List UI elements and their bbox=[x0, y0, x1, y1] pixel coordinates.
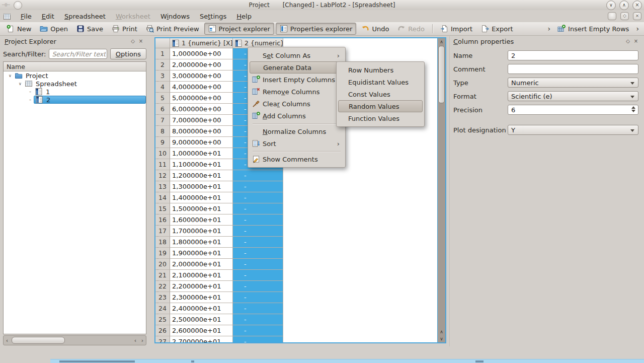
dock-close-icon[interactable]: × bbox=[632, 38, 640, 45]
toolbar-overflow-icon[interactable]: › bbox=[546, 25, 553, 33]
scroll-up-icon[interactable]: ∧ bbox=[438, 38, 445, 45]
cell-col1[interactable]: 1,400000e+01 bbox=[170, 192, 233, 203]
cell-col1[interactable]: 1,700000e+01 bbox=[170, 226, 233, 237]
row-header[interactable]: 2 bbox=[155, 59, 170, 70]
row-header[interactable]: 1 bbox=[155, 48, 170, 59]
cell-col2-selected[interactable]: - bbox=[233, 325, 283, 336]
cell-col1[interactable]: 2,700000e+01 bbox=[170, 336, 233, 342]
cell-col1[interactable]: 1,600000e+01 bbox=[170, 214, 233, 226]
save-button[interactable]: Save bbox=[73, 23, 107, 34]
new-button[interactable]: New bbox=[3, 23, 35, 34]
tree-item-project[interactable]: ∨Project bbox=[4, 71, 146, 80]
cell-col2-selected[interactable]: - bbox=[233, 226, 283, 237]
menu-item-function-values[interactable]: Function Values bbox=[338, 112, 423, 124]
search-filter-input[interactable]: Search/Filter text bbox=[49, 49, 107, 59]
cell-col1[interactable]: 1,500000e+01 bbox=[170, 203, 233, 214]
cell-col1[interactable]: 6,000000e+00 bbox=[170, 104, 233, 115]
hscroll-thumb[interactable] bbox=[12, 337, 65, 344]
format-dropdown[interactable]: Scientific (e) bbox=[508, 91, 638, 101]
scroll-left-icon[interactable]: ‹ bbox=[132, 337, 139, 344]
row-header[interactable]: 11 bbox=[155, 159, 170, 170]
cell-col1[interactable]: 1,900000e+01 bbox=[170, 248, 233, 259]
cell-col2-selected[interactable]: - bbox=[233, 170, 283, 181]
cell-col2-selected[interactable]: - bbox=[233, 270, 283, 281]
row-header[interactable]: 17 bbox=[155, 226, 170, 237]
cell-col1[interactable]: 2,500000e+01 bbox=[170, 314, 233, 325]
menu-item-normalize-columns[interactable]: Normalize Columns bbox=[250, 125, 344, 137]
row-header[interactable]: 3 bbox=[155, 70, 170, 82]
row-header[interactable]: 22 bbox=[155, 281, 170, 292]
cell-col2-selected[interactable]: - bbox=[233, 281, 283, 292]
spreadsheet-vscrollbar[interactable]: ∧ ∧ ∨ bbox=[437, 38, 445, 342]
precision-spinbox[interactable]: 6 bbox=[508, 105, 638, 115]
cell-col1[interactable]: 3,000000e+00 bbox=[170, 70, 233, 82]
dock-float-icon[interactable]: ◇ bbox=[624, 38, 632, 45]
cell-col2-selected[interactable]: - bbox=[233, 336, 283, 342]
cell-col2-selected[interactable]: - bbox=[233, 303, 283, 314]
cell-col1[interactable]: 1,100000e+01 bbox=[170, 159, 233, 170]
row-header[interactable]: 12 bbox=[155, 170, 170, 181]
dock-close-icon[interactable]: × bbox=[137, 38, 145, 45]
spin-up-icon[interactable] bbox=[631, 106, 635, 109]
maximize-button[interactable]: ∧ bbox=[619, 1, 629, 10]
row-header[interactable]: 10 bbox=[155, 148, 170, 159]
menu-item-remove-columns[interactable]: Remove Columns bbox=[250, 86, 344, 98]
type-dropdown[interactable]: Numeric bbox=[508, 78, 638, 88]
row-header[interactable]: 9 bbox=[155, 137, 170, 148]
open-button[interactable]: Open bbox=[36, 23, 71, 34]
cell-col1[interactable]: 2,200000e+01 bbox=[170, 281, 233, 292]
expander-open-icon[interactable]: ∨ bbox=[7, 74, 14, 78]
cell-col1[interactable]: 7,000000e+00 bbox=[170, 115, 233, 126]
cell-col2-selected[interactable]: - bbox=[233, 314, 283, 325]
row-header[interactable]: 14 bbox=[155, 192, 170, 203]
cell-col2-selected[interactable]: - bbox=[233, 181, 283, 192]
cell-col1[interactable]: 1,000000e+00 bbox=[170, 48, 233, 59]
menu-item-show-comments[interactable]: Show Comments bbox=[250, 153, 344, 165]
import-button[interactable]: Import bbox=[437, 23, 476, 34]
row-header[interactable]: 7 bbox=[155, 115, 170, 126]
menubar-item-edit[interactable]: Edit bbox=[37, 11, 59, 22]
menubar-item-settings[interactable]: Settings bbox=[195, 11, 231, 22]
menubar-item-windows[interactable]: Windows bbox=[155, 11, 195, 22]
scroll-left-icon[interactable]: ‹ bbox=[4, 337, 11, 344]
cell-col1[interactable]: 1,800000e+01 bbox=[170, 237, 233, 248]
undo-button[interactable]: Undo bbox=[358, 23, 392, 34]
cell-col1[interactable]: 8,000000e+00 bbox=[170, 126, 233, 137]
row-header[interactable]: 23 bbox=[155, 292, 170, 303]
comment-field[interactable] bbox=[508, 64, 638, 74]
scroll-up-icon[interactable]: ∧ bbox=[438, 328, 445, 335]
row-header[interactable]: 15 bbox=[155, 203, 170, 214]
export-button[interactable]: Export bbox=[477, 23, 517, 34]
scroll-down-icon[interactable]: ∨ bbox=[438, 335, 445, 342]
row-header[interactable]: 20 bbox=[155, 259, 170, 270]
tree-item-2[interactable]: –2 bbox=[4, 96, 146, 104]
print-preview-button[interactable]: Print Preview bbox=[142, 23, 203, 34]
cell-col1[interactable]: 1,200000e+01 bbox=[170, 170, 233, 181]
tree-item-1[interactable]: –1 bbox=[4, 88, 146, 96]
menubar-item-worksheet[interactable]: Worksheet bbox=[111, 11, 155, 22]
cell-col1[interactable]: 2,100000e+01 bbox=[170, 270, 233, 281]
row-header[interactable]: 4 bbox=[155, 82, 170, 93]
project-explorer-button[interactable]: Project explorer bbox=[204, 23, 274, 35]
column-header-1[interactable]: 1 {numeric} [X] bbox=[170, 38, 233, 48]
row-header[interactable]: 5 bbox=[155, 93, 170, 104]
row-header[interactable]: 16 bbox=[155, 214, 170, 226]
vscroll-thumb[interactable] bbox=[438, 46, 445, 103]
scroll-right-icon[interactable]: › bbox=[139, 337, 146, 344]
name-field[interactable]: 2 bbox=[508, 50, 638, 60]
cell-col1[interactable]: 2,000000e+01 bbox=[170, 259, 233, 270]
row-header[interactable]: 21 bbox=[155, 270, 170, 281]
toolbar-overflow-icon[interactable]: › bbox=[634, 25, 641, 33]
cell-col1[interactable]: 5,000000e+00 bbox=[170, 93, 233, 104]
row-header[interactable]: 8 bbox=[155, 126, 170, 137]
menu-item-sort[interactable]: Sort› bbox=[250, 137, 344, 150]
plot-designation-dropdown[interactable]: Y bbox=[508, 125, 638, 135]
menu-item-add-columns[interactable]: Add Columns bbox=[250, 110, 344, 122]
cell-col2-selected[interactable]: - bbox=[233, 203, 283, 214]
menubar-item-help[interactable]: Help bbox=[231, 11, 257, 22]
print-button[interactable]: Print bbox=[108, 23, 141, 34]
cell-col2-selected[interactable]: - bbox=[233, 214, 283, 226]
cell-col1[interactable]: 4,000000e+00 bbox=[170, 82, 233, 93]
mdi-restore-button[interactable] bbox=[608, 12, 616, 20]
dock-float-icon[interactable]: ◇ bbox=[129, 38, 137, 45]
